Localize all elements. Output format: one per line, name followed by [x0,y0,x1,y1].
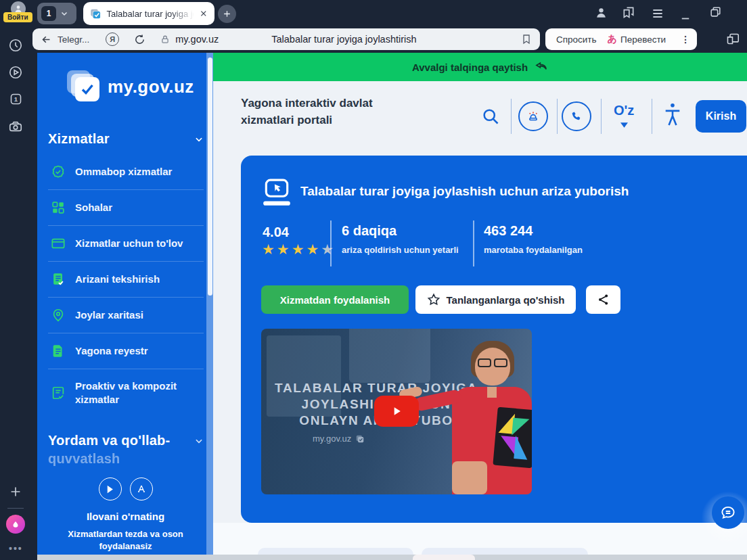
star-icon: ★ [306,241,321,257]
google-play-icon[interactable] [99,477,122,500]
sidebar-item-arizani-tekshirish[interactable]: Arizani tekshirish [48,262,204,298]
usage-value: 463 244 [484,223,583,239]
video-thumbnail[interactable]: TALABALAR TURAR JOYIGA JOYLASHISH UCHUN … [261,329,532,494]
portal-sidebar: my.gov.uz Xizmatlar Ommabop xizmatlar So… [37,53,214,555]
service-title: Talabalar turar joyiga joylashish uchun … [300,184,733,199]
browser-sidebar: 1 ••• [0,27,37,560]
add-panel-icon[interactable] [8,484,23,499]
back-target-label: Telegr... [58,34,89,45]
side-panel-icon[interactable] [725,32,740,46]
share-button[interactable] [586,285,620,314]
yandex-search-icon[interactable]: Я [106,32,119,46]
phone-icon[interactable] [562,101,591,131]
main-content: Avvalgi talqinga qaytish Yagona interakt… [213,53,747,555]
banner-label: Avvalgi talqinga qaytish [412,62,528,73]
header-divider [652,99,652,134]
duration-caption: ariza qoldirish uchun yetarli [342,245,459,255]
install-app-title: Ilovani o'rnating [37,511,214,522]
browser-toolbar: Telegr... Я my.gov.uz Talabalar turar jo… [0,27,747,53]
restore-window-icon[interactable] [709,5,722,18]
address-bar[interactable]: Telegr... Я my.gov.uz Talabalar turar jo… [32,28,540,50]
usage-caption: marotaba foydalanilgan [484,245,583,255]
bookmark-icon[interactable] [521,33,532,45]
minimize-window-icon[interactable] [679,9,692,22]
back-icon[interactable] [41,34,52,45]
signin-badge[interactable]: Войти [3,12,32,22]
star-icon: ★ [277,241,292,257]
browser-window: Войти 1 Talabalar turar joyiga jo [0,0,747,560]
duration-value: 6 daqiqa [342,223,459,239]
previous-version-banner[interactable]: Avvalgi talqinga qaytish [213,53,747,81]
tabs-counter-icon[interactable]: 1 [9,92,23,106]
translate-button[interactable]: Перевести [620,34,666,45]
support-section-header[interactable]: Yordam va qo'llab- quvvatlash [48,433,204,467]
tab-group-count: 1 [41,6,56,21]
close-tab-icon[interactable] [200,9,208,18]
window-bottom-strip [37,555,747,560]
language-selector[interactable]: O'z [614,103,634,128]
services-heading: Xizmatlar [48,131,110,147]
bottom-notch [413,555,475,560]
sidebar-more-icon[interactable]: ••• [9,543,23,554]
portal-logo[interactable]: my.gov.uz [67,70,194,103]
document-icon [51,344,66,358]
svg-text:1: 1 [14,95,18,103]
new-tab-button[interactable] [218,5,236,23]
sidebar-item-sohalar[interactable]: Sohalar [48,190,204,226]
tab-group-control[interactable]: 1 [37,3,76,24]
login-button[interactable]: Kirish [696,100,746,133]
document-check-icon [51,272,66,287]
more-options-icon[interactable]: ⋮ [681,34,691,45]
chat-button[interactable] [712,496,744,529]
chevron-down-icon [194,135,204,144]
grid-icon [51,200,66,215]
sidebar-item-xizmatlar-uchun-tolov[interactable]: Xizmatlar uchun to'lov [48,226,204,262]
chrome-profile-icon[interactable] [595,6,608,19]
screenshot-icon[interactable] [8,119,23,134]
url-page-title: Talabalar turar joyiga joylashtirish [271,34,416,45]
accessibility-icon[interactable] [664,101,681,131]
app-store-icon[interactable] [130,477,153,500]
alice-assistant-icon[interactable] [6,515,25,534]
menu-icon[interactable] [651,7,664,20]
star-icon: ★ [262,241,277,257]
sidebar-item-joylar-xaritasi[interactable]: Joylar xaritasi [48,298,204,333]
star-icon: ★ [321,241,336,257]
header-divider [601,99,602,134]
add-favorites-button[interactable]: Tanlanganlarga qo'shish [415,285,576,314]
sidebar-item-yagona-reyestr[interactable]: Yagona reyestr [48,333,204,369]
player-icon[interactable] [8,65,23,80]
lower-card [258,548,413,555]
chevron-down-icon [60,9,68,18]
ask-button[interactable]: Спросить [556,34,597,45]
portal-logo-icon [67,70,99,103]
site-favicon [90,8,101,20]
use-service-button[interactable]: Xizmatdan foydalanish [261,285,409,314]
url-host: my.gov.uz [175,34,219,45]
collections-icon[interactable] [622,5,635,19]
sidebar-scrollbar-track[interactable] [206,53,213,555]
star-rating[interactable]: ★★★★★ [262,242,336,257]
return-arrow-icon [535,60,548,74]
play-button[interactable] [374,396,419,427]
star-icon: ★ [292,241,307,257]
sidebar-divider [7,508,24,509]
map-pin-icon [51,308,66,323]
service-icon [261,177,292,208]
tab-strip: Войти 1 Talabalar turar joyiga jo [0,0,747,27]
sidebar-scrollbar-thumb[interactable] [208,57,212,296]
sidebar-item-ommabop-xizmatlar[interactable]: Ommabop xizmatlar [48,154,204,190]
sidebar-item-proaktiv-xizmatlar[interactable]: Proaktiv va kompozit xizmatlar [48,369,204,417]
service-card: Talabalar turar joyiga joylashish uchun … [241,156,747,523]
payment-card-icon [51,236,66,251]
refresh-icon[interactable] [134,34,145,45]
search-icon[interactable] [481,107,500,126]
support-heading-line2: quvvatlash [48,451,204,467]
services-section-header[interactable]: Xizmatlar [48,131,204,147]
history-icon[interactable] [8,38,23,53]
language-label: O'z [614,103,634,118]
emergency-icon[interactable] [518,101,548,131]
rating-value: 4.04 [263,225,289,240]
active-tab[interactable]: Talabalar turar joyiga jo [83,2,214,25]
seal-check-icon [51,164,66,179]
